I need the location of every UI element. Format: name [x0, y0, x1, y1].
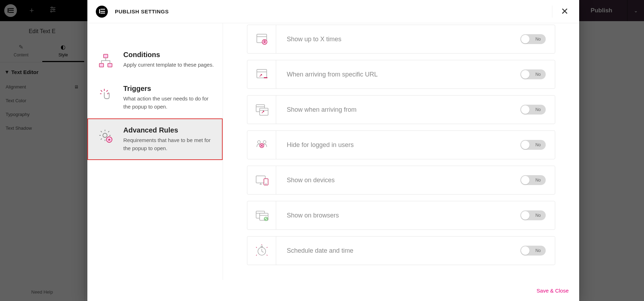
rule-row: Schedule date and timeNo — [247, 236, 555, 265]
click-icon — [97, 85, 115, 111]
sitemap-icon — [97, 51, 115, 69]
toggle-value: No — [535, 178, 541, 183]
nav-triggers-desc: What action the user needs to do for the… — [123, 95, 214, 111]
rule-row: Hide for logged in usersNo — [247, 130, 555, 159]
toggle-value: No — [535, 72, 541, 77]
browsers-icon — [247, 201, 276, 229]
modal-sidebar: Conditions Apply current template to the… — [87, 23, 223, 280]
rule-label: Show up to X times — [276, 36, 520, 43]
save-close-button[interactable]: Save & Close — [537, 288, 569, 294]
times-icon — [247, 25, 276, 53]
svg-rect-8 — [108, 63, 112, 67]
rule-row: Show up to X timesNo — [247, 25, 555, 54]
nav-triggers-title: Triggers — [123, 85, 214, 93]
toggle-knob — [521, 70, 530, 79]
nav-conditions[interactable]: Conditions Apply current template to the… — [87, 43, 223, 77]
url-icon — [247, 60, 276, 88]
toggle-value: No — [535, 248, 541, 253]
nav-advanced-desc: Requirements that have to be met for the… — [123, 136, 214, 152]
gear-star-icon — [97, 126, 115, 152]
modal-header: I☰ PUBLISH SETTINGS ✕ — [87, 0, 579, 23]
elementor-logo-icon: I☰ — [96, 6, 108, 18]
toggle-knob — [521, 211, 530, 220]
toggle-value: No — [535, 142, 541, 147]
users-icon — [247, 131, 276, 159]
svg-rect-7 — [99, 63, 104, 67]
rule-label: Show on browsers — [276, 212, 520, 219]
schedule-icon — [247, 236, 276, 265]
toggle-knob — [521, 141, 530, 149]
close-button[interactable]: ✕ — [552, 6, 571, 18]
rule-toggle[interactable]: No — [520, 246, 546, 256]
nav-advanced-rules[interactable]: Advanced Rules Requirements that have to… — [87, 118, 223, 160]
devices-icon — [247, 166, 276, 194]
toggle-value: No — [535, 37, 541, 42]
svg-point-22 — [258, 141, 260, 143]
rule-toggle[interactable]: No — [520, 69, 546, 79]
rule-label: Schedule date and time — [276, 247, 520, 254]
nav-advanced-title: Advanced Rules — [123, 126, 214, 134]
toggle-knob — [521, 246, 530, 255]
svg-rect-6 — [104, 54, 108, 58]
modal-title: PUBLISH SETTINGS — [115, 8, 169, 14]
nav-triggers[interactable]: Triggers What action the user needs to d… — [87, 77, 223, 118]
rule-toggle[interactable]: No — [520, 105, 546, 115]
modal-content: Show up to X timesNoWhen arriving from s… — [223, 23, 579, 280]
nav-conditions-desc: Apply current template to these pages. — [123, 61, 214, 69]
rule-row: When arriving from specific URLNo — [247, 60, 555, 89]
modal-footer: Save & Close — [87, 280, 579, 301]
toggle-knob — [521, 35, 530, 43]
arriving-icon — [247, 96, 276, 124]
rule-label: Show when arriving from — [276, 106, 520, 113]
close-icon: ✕ — [561, 6, 569, 17]
svg-rect-15 — [257, 69, 267, 78]
rule-row: Show when arriving fromNo — [247, 95, 555, 124]
toggle-value: No — [535, 213, 541, 218]
rule-label: When arriving from specific URL — [276, 71, 520, 78]
rule-label: Show on devices — [276, 177, 520, 184]
toggle-knob — [521, 105, 530, 114]
svg-point-29 — [266, 184, 266, 184]
rule-toggle[interactable]: No — [520, 34, 546, 44]
rule-toggle[interactable]: No — [520, 140, 546, 150]
nav-conditions-title: Conditions — [123, 51, 214, 59]
toggle-value: No — [535, 107, 541, 112]
svg-rect-17 — [264, 77, 267, 78]
rule-toggle[interactable]: No — [520, 210, 546, 220]
svg-point-9 — [103, 133, 107, 137]
rule-row: Show on devicesNo — [247, 166, 555, 195]
toggle-knob — [521, 176, 530, 184]
publish-settings-modal: I☰ PUBLISH SETTINGS ✕ Conditions Apply c… — [87, 0, 579, 301]
rule-label: Hide for logged in users — [276, 141, 520, 149]
rule-row: Show on browsersNo — [247, 201, 555, 230]
svg-point-23 — [263, 141, 266, 143]
rule-toggle[interactable]: No — [520, 175, 546, 185]
svg-rect-36 — [261, 246, 262, 247]
